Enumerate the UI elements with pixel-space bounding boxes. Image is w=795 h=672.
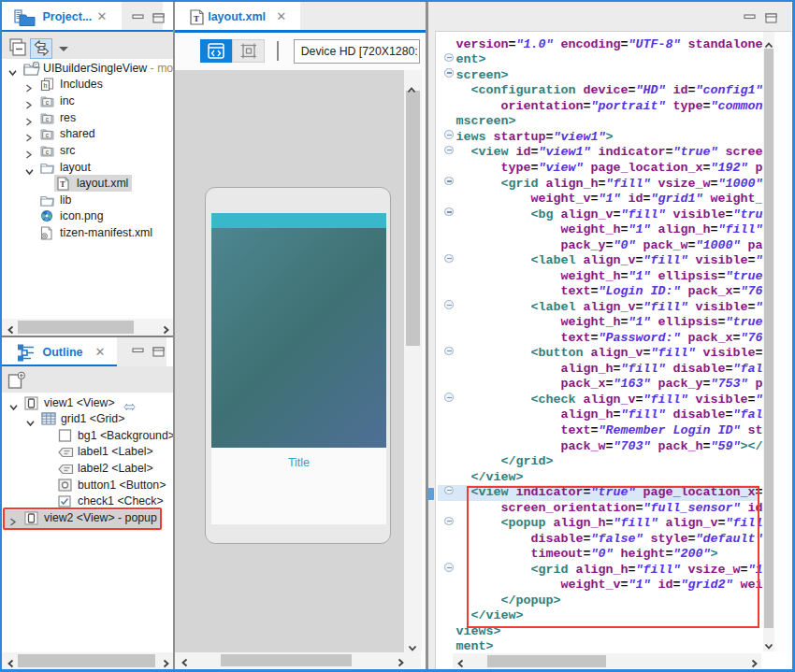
svg-text:T: T — [194, 14, 199, 23]
